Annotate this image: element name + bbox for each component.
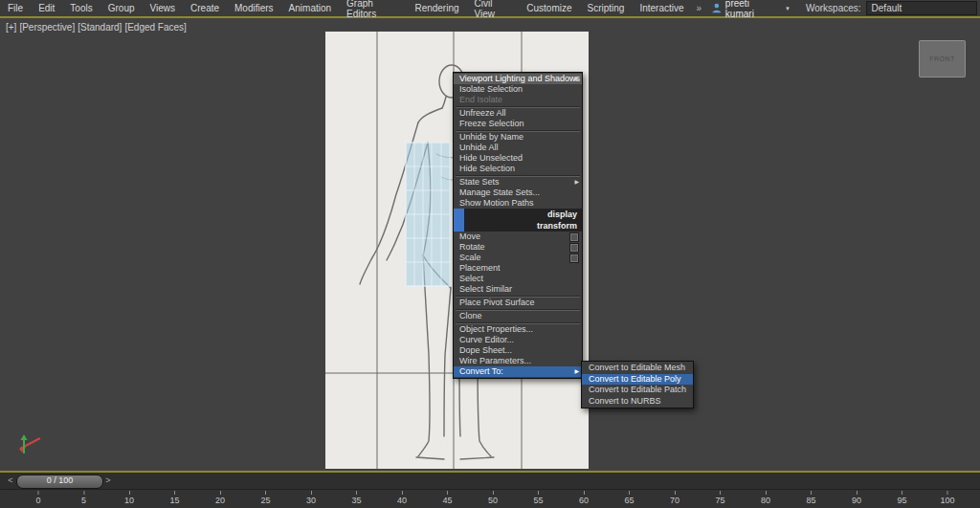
tick-mark	[947, 491, 948, 495]
menu-item[interactable]: Select Similar	[454, 284, 582, 295]
menu-item[interactable]: Manage State Sets...	[454, 188, 582, 198]
timeline-tick: 75	[715, 491, 724, 505]
menu-item-label: Dope Sheet...	[459, 345, 512, 355]
submenu-item[interactable]: Convert to Editable Patch	[582, 385, 693, 396]
menubar-item[interactable]: Tools	[62, 0, 100, 16]
menu-item[interactable]: Move	[454, 232, 582, 242]
settings-box-icon[interactable]	[569, 232, 579, 242]
settings-box-icon[interactable]	[569, 254, 579, 263]
menu-item[interactable]: State Sets▶	[454, 177, 582, 188]
user-account-menu[interactable]: preeti kumari ▼	[706, 0, 796, 16]
tick-mark	[83, 491, 84, 495]
timeline-tick: 10	[124, 491, 134, 505]
menubar-item[interactable]: Scripting	[580, 0, 633, 16]
menu-item[interactable]: Curve Editor...	[454, 335, 582, 345]
world-axis-icon	[8, 426, 50, 460]
next-frame-button[interactable]: >	[104, 475, 112, 487]
menubar-item[interactable]: Rendering	[407, 0, 466, 16]
tick-label: 20	[215, 496, 225, 505]
tick-mark	[720, 491, 721, 495]
menu-item[interactable]: Scale	[454, 253, 582, 263]
timeline-tick: 40	[397, 491, 407, 505]
menu-item-label: Rotate	[459, 242, 485, 252]
track-bar[interactable]: < 0 / 100 >	[0, 473, 980, 489]
timeline-tick: 25	[260, 491, 270, 505]
menu-item[interactable]: Clone	[454, 311, 582, 321]
user-icon	[712, 3, 722, 13]
menu-item[interactable]: Object Properties...	[454, 324, 582, 335]
quad-accent-icon	[454, 220, 464, 232]
menu-item[interactable]: Unfreeze All	[454, 108, 582, 119]
viewport-label-segment[interactable]: [Edged Faces]	[124, 22, 186, 33]
viewport-label-segment[interactable]: [Perspective]	[19, 22, 75, 33]
tick-mark	[310, 491, 311, 495]
timeline-tick: 80	[761, 491, 770, 505]
menubar-item[interactable]: Civil View	[467, 0, 520, 16]
menubar-item[interactable]: Customize	[519, 0, 579, 16]
tick-mark	[447, 491, 448, 495]
menu-item[interactable]: Hide Unselected	[454, 153, 582, 164]
timeline-tick: 90	[852, 491, 861, 505]
workspace-select[interactable]: Default	[866, 1, 977, 15]
menu-item-label: Unfreeze All	[459, 108, 506, 118]
menubar-item[interactable]: Modifiers	[227, 0, 281, 16]
menu-item[interactable]: Unhide All	[454, 143, 582, 153]
menu-item[interactable]: Unhide by Name	[454, 132, 582, 143]
tick-label: 30	[306, 496, 316, 505]
tick-label: 80	[761, 496, 770, 505]
menu-item[interactable]: Show Motion Paths	[454, 198, 582, 209]
menu-item-label: Placement	[459, 263, 501, 273]
selected-box-object[interactable]	[406, 143, 450, 286]
submenu-item[interactable]: Convert to NURBS	[582, 396, 693, 408]
tick-mark	[174, 491, 175, 495]
menu-item-label: Scale	[459, 253, 481, 262]
menu-item-label: Hide Unselected	[459, 153, 523, 163]
menubar-item[interactable]: Graph Editors	[339, 0, 407, 16]
viewport-label-segment[interactable]: [Standard]	[78, 22, 122, 33]
timeline-tick: 30	[306, 491, 316, 505]
tick-label: 75	[715, 496, 724, 505]
timeline-ruler[interactable]: 0510152025303540455055606570758085909510…	[0, 489, 980, 508]
menubar-item[interactable]: Group	[100, 0, 143, 16]
timeline-tick: 20	[215, 491, 225, 505]
menubar-item[interactable]: File	[0, 0, 31, 16]
menu-item-label: Select Similar	[459, 284, 512, 294]
settings-box-icon[interactable]	[569, 243, 579, 253]
tick-label: 55	[533, 496, 543, 505]
toolbar-overflow-icon[interactable]: »	[692, 3, 707, 13]
menubar-item[interactable]: Create	[183, 0, 227, 16]
menubar-item[interactable]: Animation	[281, 0, 339, 16]
timeline-tick: 65	[624, 491, 634, 505]
menu-item-label: Object Properties...	[459, 324, 533, 334]
menu-item[interactable]: Isolate Selection	[454, 84, 582, 95]
tick-label: 85	[806, 496, 815, 505]
menu-item[interactable]: Hide Selection	[454, 164, 582, 174]
menu-item[interactable]: Dope Sheet...	[454, 345, 582, 356]
viewport-label-segment[interactable]: [+]	[6, 22, 16, 33]
viewcube-front-label: FRONT	[929, 55, 955, 62]
menubar: FileEditToolsGroupViewsCreateModifiersAn…	[0, 0, 980, 16]
submenu-item[interactable]: Convert to Editable Mesh	[582, 363, 693, 374]
tick-label: 65	[624, 496, 634, 505]
workspaces-label: Workspaces:	[806, 3, 861, 13]
menu-item[interactable]: Wire Parameters...	[454, 356, 582, 366]
menu-item[interactable]: Convert To:▶	[454, 366, 582, 377]
viewcube[interactable]: FRONT	[919, 40, 966, 77]
menu-item[interactable]: Viewport Lighting and Shadows▶	[454, 74, 582, 84]
menu-item[interactable]: Rotate	[454, 242, 582, 253]
submenu-item[interactable]: Convert to Editable Poly	[582, 374, 693, 386]
menubar-item[interactable]: Edit	[31, 0, 62, 16]
menubar-item[interactable]: Views	[143, 0, 184, 16]
previous-frame-button[interactable]: <	[7, 475, 14, 487]
menu-item[interactable]: Select	[454, 274, 582, 284]
menubar-item[interactable]: Interactive	[632, 0, 691, 16]
timeline-tick: 50	[488, 491, 498, 505]
menu-item[interactable]: Placement	[454, 263, 582, 274]
menu-item-label: Move	[459, 232, 480, 241]
menu-item[interactable]: Freeze Selection	[454, 119, 582, 129]
tick-mark	[856, 491, 857, 495]
tick-mark	[37, 491, 38, 495]
time-slider[interactable]: 0 / 100	[16, 475, 103, 489]
menu-item[interactable]: Place Pivot Surface	[454, 298, 582, 308]
tick-mark	[765, 491, 766, 495]
